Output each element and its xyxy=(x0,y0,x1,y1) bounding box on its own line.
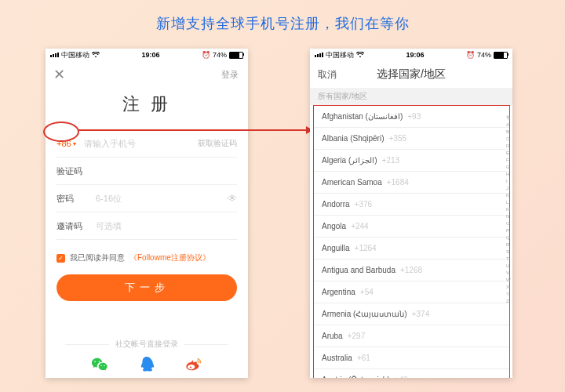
country-code: +376 xyxy=(355,200,373,209)
country-row[interactable]: Argentina+54 xyxy=(314,281,509,303)
country-row[interactable]: Andorra+376 xyxy=(314,194,509,216)
country-list[interactable]: Afghanistan (افغانستان)+93Albania (Shqip… xyxy=(313,105,510,378)
status-time: 19:06 xyxy=(100,51,202,59)
country-name: Australia xyxy=(322,354,352,362)
country-code: +43 xyxy=(395,376,408,378)
section-header: 所有国家/地区 xyxy=(310,88,512,105)
alpha-index-letter[interactable]: V xyxy=(506,270,511,277)
alpha-index-letter[interactable]: O xyxy=(506,220,511,227)
invite-input[interactable]: 可选填 xyxy=(96,220,237,232)
password-row: 密码 6-16位 👁 xyxy=(56,185,237,212)
country-row[interactable]: Antigua and Barbuda+1268 xyxy=(314,260,509,281)
alpha-index-letter[interactable]: I xyxy=(506,178,511,185)
country-code-label: +86 xyxy=(56,139,71,148)
chevron-down-icon: ▾ xyxy=(73,140,76,147)
alpha-index-letter[interactable]: R xyxy=(506,241,511,249)
country-code: +1264 xyxy=(355,244,377,252)
code-row: 验证码 xyxy=(56,158,237,185)
alpha-index-letter[interactable]: 常 xyxy=(506,114,511,122)
country-row[interactable]: American Samoa+1684 xyxy=(314,172,509,194)
qq-icon[interactable] xyxy=(138,356,155,373)
register-screen: 中国移动 19:06 ⏰ 74% ✕ 登录 注 册 +86 ▾ 请输入手机号 获… xyxy=(46,49,248,378)
alpha-index-letter[interactable]: T xyxy=(506,256,511,263)
alpha-index-letter[interactable]: J xyxy=(506,185,511,192)
battery-icon xyxy=(229,52,243,59)
country-picker-screen: 中国移动 19:06 ⏰ 74% 取消 选择国家/地区 所有国家/地区 Afgh… xyxy=(310,49,512,378)
alpha-index-letter[interactable]: Z xyxy=(506,298,511,305)
nav-bar: 取消 选择国家/地区 xyxy=(310,61,512,88)
carrier-label: 中国移动 xyxy=(61,50,89,60)
wifi-icon xyxy=(356,52,364,58)
country-row[interactable]: Angola+244 xyxy=(314,216,509,238)
country-row[interactable]: Anguilla+1264 xyxy=(314,238,509,260)
alpha-index-letter[interactable]: F xyxy=(506,157,511,164)
country-name: Austria (Österreich) xyxy=(322,376,390,378)
country-code-selector[interactable]: +86 ▾ xyxy=(56,139,76,148)
country-name: Aruba xyxy=(322,332,343,340)
status-bar: 中国移动 19:06 ⏰ 74% xyxy=(46,49,248,61)
weibo-icon[interactable] xyxy=(185,356,202,373)
country-name: Anguilla xyxy=(322,244,350,252)
password-input[interactable]: 6-16位 xyxy=(96,193,220,205)
country-name: American Samoa xyxy=(322,178,382,187)
country-code: +93 xyxy=(407,112,421,121)
phone-input[interactable]: 请输入手机号 xyxy=(84,138,190,150)
wechat-icon[interactable] xyxy=(91,356,108,373)
close-icon[interactable]: ✕ xyxy=(53,66,65,83)
country-code: +297 xyxy=(348,332,366,340)
alpha-index-letter[interactable]: H xyxy=(506,171,511,178)
country-name: Angola xyxy=(322,222,346,230)
country-code: +213 xyxy=(382,156,400,165)
get-code-button[interactable]: 获取验证码 xyxy=(198,138,237,149)
country-name: Albania (Shqipëri) xyxy=(322,134,385,143)
check-icon: ✓ xyxy=(56,254,65,263)
alpha-index-letter[interactable]: G xyxy=(506,164,511,171)
page-title: 注 册 xyxy=(46,93,248,116)
country-code: +1268 xyxy=(400,266,422,274)
alpha-index-letter[interactable]: S xyxy=(506,249,511,256)
country-row[interactable]: Austria (Österreich)+43 xyxy=(314,369,509,378)
agreement-link[interactable]: 《Followme注册协议》 xyxy=(129,252,210,263)
country-row[interactable]: Algeria (الجزائر)+213 xyxy=(314,150,509,172)
country-code: +374 xyxy=(412,310,430,318)
country-name: Armenia (Հայաստան) xyxy=(322,310,407,318)
alpha-index-letter[interactable]: Y xyxy=(506,291,511,298)
next-button[interactable]: 下一步 xyxy=(56,274,237,301)
alpha-index-letter[interactable]: C xyxy=(506,136,511,143)
alpha-index-letter[interactable]: B xyxy=(506,129,511,136)
social-caption: 社交帐号直接登录 xyxy=(46,339,248,350)
country-row[interactable]: Albania (Shqipëri)+355 xyxy=(314,128,509,150)
country-name: Algeria (الجزائر) xyxy=(322,156,377,165)
status-bar: 中国移动 19:06 ⏰ 74% xyxy=(310,49,512,61)
country-row[interactable]: Armenia (Հայաստան)+374 xyxy=(314,303,509,325)
banner-title: 新增支持全球手机号注册，我们在等你 xyxy=(0,14,565,33)
country-code: +355 xyxy=(389,134,407,143)
country-name: Argentina xyxy=(322,288,355,296)
alpha-index[interactable]: 常ABCDEFGHIJKLMNOPQRSTUVWXYZ xyxy=(506,114,511,305)
alpha-index-letter[interactable]: N xyxy=(506,213,511,220)
alpha-index-letter[interactable]: M xyxy=(506,206,511,213)
alpha-index-letter[interactable]: K xyxy=(506,192,511,199)
alpha-index-letter[interactable]: E xyxy=(506,150,511,157)
battery-icon xyxy=(494,52,508,59)
country-code: +244 xyxy=(351,222,369,230)
alpha-index-letter[interactable]: D xyxy=(506,143,511,150)
nav-bar: ✕ 登录 xyxy=(46,61,248,88)
battery-pct: 74% xyxy=(477,51,491,59)
alarm-icon: ⏰ xyxy=(202,51,210,59)
alpha-index-letter[interactable]: Q xyxy=(506,234,511,241)
alpha-index-letter[interactable]: U xyxy=(506,263,511,270)
login-link[interactable]: 登录 xyxy=(221,69,239,81)
alpha-index-letter[interactable]: W xyxy=(506,277,511,284)
eye-icon[interactable]: 👁 xyxy=(228,193,237,204)
alpha-index-letter[interactable]: A xyxy=(506,122,511,129)
alpha-index-letter[interactable]: L xyxy=(506,199,511,206)
agree-checkbox[interactable]: ✓ 我已阅读并同意 《Followme注册协议》 xyxy=(56,252,237,263)
country-row[interactable]: Aruba+297 xyxy=(314,325,509,347)
country-row[interactable]: Afghanistan (افغانستان)+93 xyxy=(314,106,509,128)
alpha-index-letter[interactable]: X xyxy=(506,284,511,291)
alpha-index-letter[interactable]: P xyxy=(506,227,511,234)
alarm-icon: ⏰ xyxy=(466,51,475,59)
country-row[interactable]: Australia+61 xyxy=(314,347,509,369)
password-label: 密码 xyxy=(56,193,88,205)
